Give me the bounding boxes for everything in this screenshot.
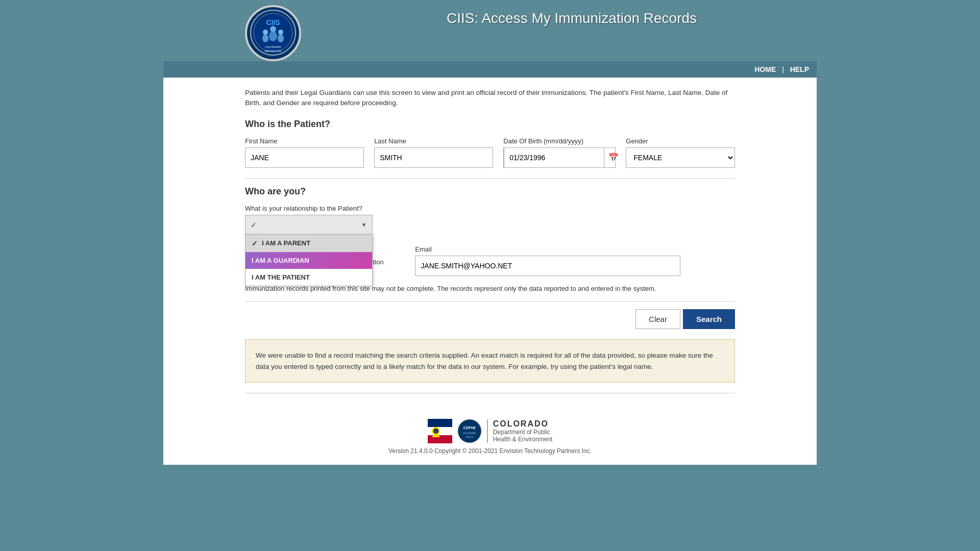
svg-point-5 (262, 34, 268, 42)
svg-point-6 (263, 30, 268, 35)
dropdown-arrow-icon: ▼ (361, 221, 367, 229)
nav-bar: HOME | HELP (163, 61, 817, 78)
dob-input-wrap: 📅 (503, 147, 616, 168)
who-section-title: Who are you? (245, 186, 735, 197)
error-message-box: We were unable to find a record matching… (245, 339, 735, 383)
gender-group: Gender MALE FEMALE UNKNOWN (626, 137, 735, 168)
action-row: Clear Search (245, 301, 735, 329)
relationship-label: What is your relationship to the Patient… (245, 205, 735, 212)
footer: C CDPHE COLORADO HEALTH COLORADO Departm… (163, 409, 817, 465)
dob-group: Date Of Birth (mm/dd/yyyy) 📅 (503, 137, 616, 168)
co-flag-icon: C (428, 419, 452, 443)
last-name-input[interactable] (374, 147, 493, 168)
svg-point-18 (458, 419, 481, 443)
dropdown-menu: ✓ I AM A PARENT I AM A GUARDIAN I AM THE… (245, 234, 373, 286)
dropdown-item-parent[interactable]: ✓ I AM A PARENT (246, 235, 372, 252)
patient-section-title: Who is the Patient? (245, 119, 735, 130)
gender-select[interactable]: MALE FEMALE UNKNOWN (626, 147, 735, 168)
dropdown-checkmark: ✓ (251, 221, 257, 229)
check-icon: ✓ (252, 239, 258, 247)
first-name-input[interactable] (245, 147, 364, 168)
svg-text:COLORADO: COLORADO (265, 45, 282, 48)
dropdown-item-guardian-label: I AM A GUARDIAN (252, 257, 309, 264)
svg-rect-13 (428, 435, 452, 443)
patient-section: Who is the Patient? First Name Last Name… (245, 119, 735, 168)
help-link[interactable]: HELP (790, 65, 809, 73)
dropdown-item-patient-label: I AM THE PATIENT (252, 273, 310, 281)
svg-rect-11 (428, 419, 452, 427)
last-name-label: Last Name (374, 137, 493, 145)
svg-text:COLORADO: COLORADO (463, 432, 476, 435)
who-section: Who are you? What is your relationship t… (245, 186, 735, 276)
svg-point-4 (270, 26, 276, 32)
email-group: Email (415, 245, 735, 276)
clear-button[interactable]: Clear (635, 309, 680, 329)
last-name-group: Last Name (374, 137, 493, 168)
dropdown-selected[interactable]: ✓ ▼ (245, 215, 373, 235)
main-content: Patients and their Legal Guardians can u… (163, 78, 817, 465)
svg-text:C: C (434, 430, 437, 433)
email-label: Email (415, 245, 735, 253)
error-message-text: We were unable to find a record matching… (256, 352, 713, 370)
home-link[interactable]: HOME (754, 65, 776, 73)
first-name-group: First Name (245, 137, 364, 168)
footer-version-text: Version 21.4.0.0 Copyright © 2001-2021 E… (174, 447, 806, 455)
nav-separator: | (782, 65, 784, 73)
footer-colorado-label: COLORADO (493, 419, 549, 429)
dropdown-item-patient[interactable]: I AM THE PATIENT (246, 269, 372, 286)
patient-form-row: First Name Last Name Date Of Birth (mm/d… (245, 137, 735, 168)
footer-logos: C CDPHE COLORADO HEALTH COLORADO Departm… (174, 419, 806, 443)
footer-divider (245, 393, 735, 393)
gender-label: Gender (626, 137, 735, 145)
svg-point-3 (269, 31, 277, 41)
dob-label: Date Of Birth (mm/dd/yyyy) (503, 137, 616, 145)
footer-text-block: COLORADO Department of Public Health & E… (487, 419, 553, 443)
section-divider (245, 178, 735, 179)
calendar-icon[interactable]: 📅 (604, 150, 623, 165)
search-button[interactable]: Search (683, 309, 735, 329)
page-title: CIIS: Access My Immunization Records (327, 10, 817, 27)
first-name-label: First Name (245, 137, 364, 145)
svg-point-7 (278, 34, 284, 42)
description-text: Patients and their Legal Guardians can u… (245, 88, 735, 109)
dropdown-item-guardian[interactable]: I AM A GUARDIAN (246, 252, 372, 269)
header: CIIS COLORADO IMMUNIZATION CIIS: Access … (163, 0, 817, 61)
email-input[interactable] (415, 256, 680, 276)
svg-text:IMMUNIZATION: IMMUNIZATION (265, 50, 282, 53)
logo: CIIS COLORADO IMMUNIZATION (245, 5, 301, 61)
svg-point-8 (278, 30, 283, 35)
svg-text:HEALTH: HEALTH (465, 436, 474, 438)
relationship-dropdown[interactable]: ✓ ▼ ✓ I AM A PARENT I AM A GUARDIAN I AM… (245, 215, 373, 235)
dob-input[interactable] (504, 147, 604, 168)
footer-dept-line1: Department of Public (493, 429, 550, 436)
svg-text:CDPHE: CDPHE (463, 426, 476, 430)
dropdown-item-parent-label: I AM A PARENT (262, 239, 310, 247)
footer-dept-line2: Health & Environment (493, 436, 553, 443)
svg-text:CIIS: CIIS (266, 18, 280, 27)
cdphe-logo-icon: CDPHE COLORADO HEALTH (457, 419, 482, 443)
